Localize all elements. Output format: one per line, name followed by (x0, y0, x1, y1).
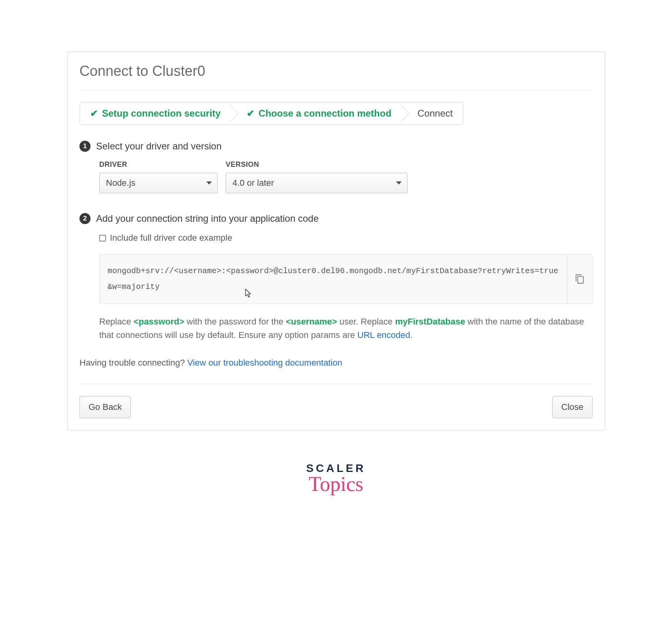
driver-select[interactable]: Node.js (99, 173, 218, 193)
step-number-badge: 2 (79, 213, 91, 224)
step-number-badge: 1 (79, 141, 91, 152)
step-setup-security[interactable]: ✔ Setup connection security (80, 102, 231, 125)
copy-button[interactable] (567, 255, 592, 304)
step-choose-method[interactable]: ✔ Choose a connection method (231, 102, 402, 125)
driver-label: DRIVER (99, 160, 218, 169)
chevron-down-icon (206, 181, 212, 185)
include-example-checkbox[interactable] (99, 235, 106, 242)
step-connect[interactable]: Connect (402, 102, 463, 125)
modal-body: ✔ Setup connection security ✔ Choose a c… (68, 90, 604, 384)
go-back-button[interactable]: Go Back (79, 396, 131, 418)
stepper: ✔ Setup connection security ✔ Choose a c… (79, 102, 463, 125)
connection-string-box: mongodb+srv://<username>:<password>@clus… (99, 254, 593, 304)
section-1-header: 1 Select your driver and version (79, 141, 593, 152)
check-icon: ✔ (90, 108, 98, 119)
section-2-title: Add your connection string into your app… (96, 213, 319, 224)
step-label: Setup connection security (102, 108, 221, 119)
database-token: myFirstDatabase (395, 317, 465, 326)
connect-modal: Connect to Cluster0 ✔ Setup connection s… (67, 51, 605, 430)
step-label: Choose a connection method (259, 108, 391, 119)
help-text: Replace <password> with the password for… (99, 315, 593, 342)
logo-line-2: Topics (67, 472, 605, 496)
step-label: Connect (417, 108, 453, 119)
section-2-header: 2 Add your connection string into your a… (79, 213, 593, 224)
close-button[interactable]: Close (552, 396, 593, 418)
modal-title: Connect to Cluster0 (79, 63, 593, 79)
version-select[interactable]: 4.0 or later (226, 173, 408, 193)
connection-string[interactable]: mongodb+srv://<username>:<password>@clus… (100, 255, 567, 304)
include-example-row: Include full driver code example (99, 233, 593, 243)
copy-icon (575, 274, 585, 284)
version-group: VERSION 4.0 or later (226, 160, 408, 193)
section-1-title: Select your driver and version (96, 141, 221, 152)
scaler-topics-logo: SCALER Topics (67, 462, 605, 496)
trouble-row: Having trouble connecting? View our trou… (79, 358, 593, 368)
version-value: 4.0 or later (232, 178, 274, 188)
trouble-text: Having trouble connecting? (79, 358, 187, 368)
modal-footer: Go Back Close (79, 384, 593, 430)
modal-header: Connect to Cluster0 (68, 52, 604, 90)
include-example-label: Include full driver code example (110, 233, 232, 243)
driver-value: Node.js (106, 178, 136, 188)
url-encoded-link[interactable]: URL encoded (357, 330, 410, 340)
username-token: <username> (286, 317, 337, 326)
chevron-down-icon (396, 181, 402, 185)
password-token: <password> (134, 317, 184, 326)
driver-version-row: DRIVER Node.js VERSION 4.0 or later (99, 160, 593, 193)
check-icon: ✔ (247, 108, 255, 119)
driver-group: DRIVER Node.js (99, 160, 218, 193)
troubleshooting-link[interactable]: View our troubleshooting documentation (187, 358, 342, 368)
version-label: VERSION (226, 160, 408, 169)
